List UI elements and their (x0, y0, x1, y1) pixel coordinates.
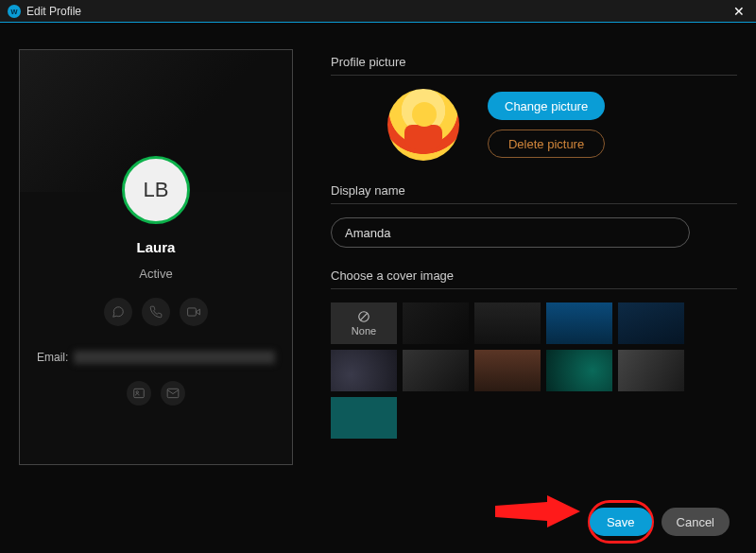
divider (331, 203, 737, 204)
cover-image-block: Choose a cover image None (331, 268, 737, 439)
mail-icon[interactable] (161, 381, 185, 406)
display-name-block: Display name (331, 183, 737, 248)
cover-option[interactable] (331, 350, 397, 391)
save-button[interactable]: Save (590, 508, 652, 536)
section-profile-picture-label: Profile picture (331, 55, 737, 69)
cover-option[interactable] (618, 302, 684, 344)
contact-icon-row (20, 298, 292, 326)
email-label: Email: (37, 351, 68, 364)
svg-rect-1 (134, 389, 145, 397)
cover-option[interactable] (474, 350, 541, 391)
contact-card-icon[interactable] (127, 381, 151, 406)
email-value-blurred (74, 351, 275, 364)
profile-preview-card: LB Laura Active Email: (19, 49, 293, 465)
cover-option[interactable] (618, 350, 684, 391)
settings-panel: Profile picture Change picture Delete pi… (331, 49, 737, 465)
chat-icon[interactable] (104, 298, 132, 326)
svg-rect-0 (188, 308, 197, 316)
titlebar: w Edit Profile ✕ (0, 0, 756, 23)
delete-picture-button[interactable]: Delete picture (488, 130, 605, 158)
phone-icon[interactable] (142, 298, 170, 326)
divider (331, 288, 737, 289)
section-display-name-label: Display name (331, 183, 737, 198)
cover-option[interactable] (474, 302, 541, 344)
picture-buttons: Change picture Delete picture (488, 92, 605, 158)
profile-picture-row: Change picture Delete picture (387, 89, 737, 161)
svg-rect-3 (167, 389, 179, 397)
window-title: Edit Profile (26, 5, 81, 18)
section-cover-image-label: Choose a cover image (331, 268, 737, 283)
cover-option[interactable] (546, 302, 612, 344)
cover-option[interactable] (331, 397, 397, 439)
cover-option[interactable] (403, 350, 469, 391)
footer-buttons: Save Cancel (590, 508, 730, 536)
profile-name: Laura (20, 239, 292, 255)
change-picture-button[interactable]: Change picture (488, 92, 605, 120)
email-row: Email: (20, 351, 292, 364)
cover-none-label: None (352, 325, 376, 337)
secondary-icon-row (20, 381, 292, 406)
display-name-input[interactable] (331, 217, 690, 248)
content-area: LB Laura Active Email: (0, 23, 756, 465)
video-icon[interactable] (180, 298, 208, 326)
cancel-button[interactable]: Cancel (662, 508, 730, 536)
svg-line-5 (360, 313, 368, 320)
divider (331, 75, 737, 76)
arrow-annotation (495, 493, 580, 534)
cover-option-none[interactable]: None (331, 302, 397, 344)
cover-option[interactable] (403, 302, 469, 344)
svg-point-2 (136, 391, 138, 393)
cover-image-grid: None (331, 302, 690, 439)
app-icon: w (8, 5, 21, 18)
profile-picture-preview (387, 89, 459, 161)
cover-option[interactable] (546, 350, 612, 391)
svg-marker-6 (495, 495, 580, 527)
profile-status: Active (20, 267, 292, 281)
avatar-initials: LB (144, 178, 169, 202)
avatar: LB (122, 156, 190, 224)
close-icon[interactable]: ✕ (730, 4, 748, 19)
none-icon (357, 310, 370, 323)
